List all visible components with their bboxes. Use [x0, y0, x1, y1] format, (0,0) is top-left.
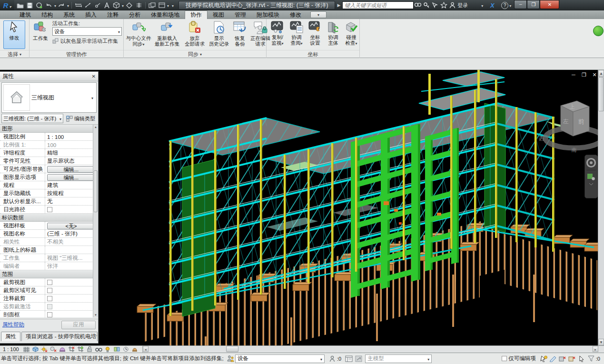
edit-visibility-button[interactable]: 编辑... — [47, 166, 95, 173]
minimize-button[interactable] — [514, 0, 527, 9]
sign-in-label[interactable]: 登录 — [457, 2, 468, 9]
prop-row[interactable]: 视图比例1 : 100 — [0, 133, 98, 141]
tab-manage[interactable]: 管理 — [229, 10, 251, 19]
navbar-expand-icon[interactable] — [589, 183, 594, 186]
coordination-settings-button[interactable]: 坐标设置 — [307, 20, 324, 49]
prop-row[interactable]: 详细程度精细 — [0, 149, 98, 157]
active-workset-icon[interactable] — [226, 355, 235, 363]
prop-row[interactable]: 远剪裁激活 — [0, 303, 98, 311]
close-hidden-windows-icon[interactable] — [148, 1, 156, 10]
sync-with-central-icon[interactable] — [35, 1, 43, 10]
communication-badge-icon[interactable] — [593, 26, 604, 36]
customize-qat-icon[interactable] — [172, 2, 174, 9]
switch-windows-dropdown-icon[interactable] — [167, 2, 169, 9]
subscription-center-icon[interactable] — [422, 1, 431, 9]
panel-label-synchronize[interactable]: 同步 — [124, 50, 266, 58]
prop-row[interactable]: 剖面框 — [0, 311, 98, 317]
3d-view-dropdown-icon[interactable] — [122, 2, 124, 9]
editable-only-checkbox[interactable] — [502, 356, 507, 361]
cancel-request-icon[interactable] — [568, 355, 576, 363]
prop-row[interactable]: 比例值 1:100 — [0, 141, 98, 149]
show-crop-region-icon[interactable] — [77, 346, 85, 353]
properties-title-bar[interactable]: 属性 — [0, 72, 98, 81]
view-close-icon[interactable]: ✕ — [591, 72, 598, 78]
tab-view[interactable]: 视图 — [208, 10, 229, 19]
temporary-hide-isolate-icon[interactable] — [95, 346, 103, 353]
tab-properties[interactable]: 属性 — [1, 332, 20, 341]
switch-windows-icon[interactable] — [158, 1, 166, 10]
modify-button[interactable]: 修改 — [3, 20, 25, 49]
prop-row[interactable]: 工作集视图 "三维视... — [0, 254, 98, 262]
restore-button[interactable] — [527, 0, 540, 9]
section-graphics[interactable]: 图形 — [0, 125, 98, 133]
close-button[interactable] — [540, 0, 559, 9]
section-icon[interactable] — [125, 1, 133, 10]
panel-label-select[interactable]: 选择 — [0, 50, 29, 58]
thin-lines-icon[interactable] — [135, 1, 143, 10]
view-restore-icon[interactable]: ❐ — [581, 72, 587, 78]
prop-row[interactable]: 规程建筑 — [0, 181, 98, 189]
open-icon[interactable] — [16, 1, 24, 10]
text-note-icon[interactable] — [103, 1, 111, 10]
prop-row[interactable]: 裁剪区域可见 — [0, 286, 98, 295]
default-3d-view-icon[interactable] — [112, 1, 120, 10]
aligned-dimension-icon[interactable] — [84, 1, 92, 10]
redo-dropdown-icon[interactable] — [67, 2, 69, 9]
hscroll-thumb[interactable] — [226, 346, 238, 352]
prop-row[interactable]: 图形显示选项编辑... — [0, 173, 98, 181]
tab-insert[interactable]: 插入 — [80, 10, 102, 19]
temporary-view-properties-icon[interactable] — [122, 346, 130, 353]
panel-label-manage-collaboration[interactable]: 管理协作 — [30, 50, 123, 58]
worksharing-display-icon[interactable] — [113, 346, 121, 353]
vertical-scrollbar[interactable] — [598, 70, 604, 345]
tab-addins[interactable]: 附加模块 — [251, 10, 285, 19]
type-selector[interactable]: 三维视图 — [1, 82, 97, 113]
select-arrow-icon[interactable] — [577, 355, 586, 363]
tab-modify[interactable]: 修改 — [285, 10, 307, 19]
status-workset-select[interactable]: 设备 — [235, 354, 325, 363]
prop-row[interactable]: 视图样板<无> — [0, 222, 98, 230]
exchange-apps-icon[interactable]: X — [488, 1, 496, 9]
show-rendering-dialog-icon[interactable] — [59, 346, 67, 353]
prop-row[interactable]: 相关性不相关 — [0, 238, 98, 246]
reveal-hidden-elements-icon[interactable] — [104, 346, 112, 353]
redo-icon[interactable] — [58, 1, 66, 10]
sun-path-icon[interactable] — [40, 346, 49, 353]
properties-close-icon[interactable] — [92, 74, 96, 79]
prop-row[interactable]: 显示隐藏线按规程 — [0, 189, 98, 197]
tab-systems[interactable]: 系统 — [58, 10, 80, 19]
help-icon[interactable] — [501, 2, 508, 9]
infocenter-toggle-icon[interactable]: ▶ — [337, 3, 340, 8]
reload-latest-button[interactable]: 重新载入最新工作集 — [152, 20, 182, 49]
vscroll-thumb[interactable] — [598, 77, 604, 111]
coordination-review-button[interactable]: 协调查阅 — [287, 20, 306, 49]
interference-check-button[interactable]: 碰撞检查 — [343, 20, 360, 49]
ribbon-display-toggle[interactable] — [310, 11, 327, 18]
scroll-right-icon[interactable] — [593, 346, 598, 352]
sync-with-central-button[interactable]: 与中心文件同步 — [126, 20, 151, 49]
prop-row[interactable]: 默认分析显示...无 — [0, 197, 98, 206]
search-input[interactable] — [342, 1, 414, 9]
edit-type-button[interactable]: 编辑类型 — [65, 114, 97, 123]
zoom-icon[interactable] — [587, 172, 595, 181]
favorites-icon[interactable] — [439, 1, 448, 9]
show-history-button[interactable]: 显示历史记录 — [208, 20, 230, 49]
section-identity-data[interactable]: 标识数据 — [0, 214, 98, 222]
prop-row[interactable]: 编辑者张洋 — [0, 262, 98, 270]
detail-level-icon[interactable] — [22, 346, 30, 353]
type-dropdown-icon[interactable] — [89, 94, 96, 101]
design-option-select[interactable]: 主模型 — [365, 354, 432, 363]
prop-row[interactable]: 注释裁剪 — [0, 295, 98, 303]
crop-view-icon[interactable] — [68, 346, 76, 353]
show-editable-icon[interactable] — [539, 355, 548, 363]
measure-icon[interactable] — [74, 1, 82, 10]
edit-graphic-display-button[interactable]: 编辑... — [47, 174, 95, 181]
undo-icon[interactable] — [45, 1, 53, 10]
view-template-button[interactable]: <无> — [47, 223, 95, 229]
tab-collaborate[interactable]: 协作 — [185, 10, 208, 19]
horizontal-scrollbar[interactable] — [142, 346, 604, 353]
crop-region-visible-checkbox[interactable] — [47, 288, 52, 293]
relinquish-all-button[interactable]: 放弃全部请求 — [183, 20, 207, 49]
help-dropdown-icon[interactable] — [509, 2, 511, 9]
sign-in-icon[interactable] — [448, 1, 456, 9]
